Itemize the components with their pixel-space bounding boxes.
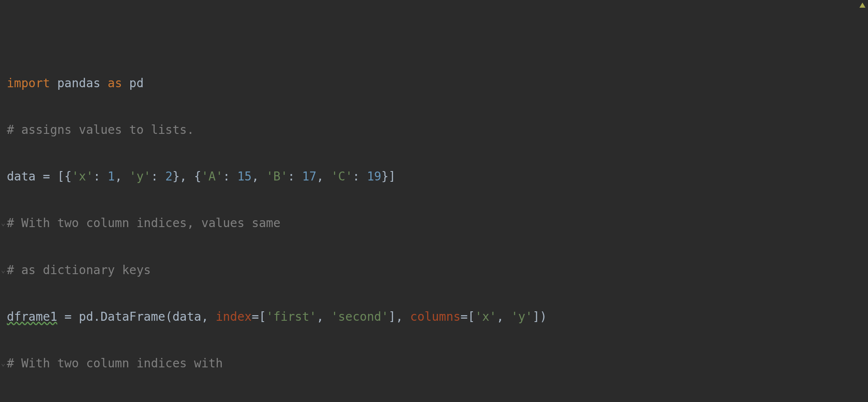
code-line[interactable]: ⌄# With two column indices with: [7, 352, 861, 375]
comment: # With two column indices with: [7, 356, 223, 370]
code-line[interactable]: ⌄# one index with other name: [7, 399, 861, 402]
string-literal: 'first': [266, 310, 317, 324]
number-literal: 2: [165, 169, 173, 183]
code-line[interactable]: # assigns values to lists.: [7, 118, 861, 142]
string-literal: 'y': [511, 310, 533, 324]
number-literal: 1: [108, 169, 115, 183]
fold-gutter-icon[interactable]: ⌄: [1, 259, 6, 281]
comment: # With two column indices, values same: [7, 216, 281, 230]
string-literal: 'x': [475, 310, 497, 324]
keyword-as: as: [108, 76, 122, 90]
fold-gutter-icon[interactable]: ⌄: [1, 352, 6, 374]
string-literal: 'x': [72, 169, 94, 183]
code-editor[interactable]: import pandas as pd # assigns values to …: [0, 0, 868, 402]
number-literal: 19: [367, 169, 381, 183]
string-literal: 'y': [129, 169, 151, 183]
variable: dframe1: [7, 310, 57, 324]
module-name: pandas: [57, 76, 100, 90]
number-literal: 15: [238, 169, 252, 183]
kwarg-index: index: [216, 310, 252, 324]
warning-indicator-icon: [859, 3, 865, 8]
code-line[interactable]: import pandas as pd: [7, 72, 861, 95]
alias: pd: [129, 76, 144, 90]
string-literal: 'A': [201, 169, 223, 183]
code-line[interactable]: data = [{'x': 1, 'y': 2}, {'A': 15, 'B':…: [7, 165, 861, 189]
code-line[interactable]: ⌄# as dictionary keys: [7, 259, 861, 282]
keyword-import: import: [7, 76, 50, 90]
fold-gutter-icon[interactable]: ⌄: [1, 399, 6, 402]
comment: # assigns values to lists.: [7, 123, 194, 137]
kwarg-columns: columns: [410, 310, 460, 324]
string-literal: 'C': [331, 169, 353, 183]
variable: data: [7, 169, 35, 183]
code-line[interactable]: ⌄# With two column indices, values same: [7, 212, 861, 235]
callable: pd.DataFrame: [79, 310, 165, 324]
string-literal: 'second': [331, 310, 389, 324]
fold-gutter-icon[interactable]: ⌄: [1, 212, 6, 234]
argument: data: [173, 310, 201, 324]
code-line[interactable]: dframe1 = pd.DataFrame(data, index=['fir…: [7, 305, 861, 329]
number-literal: 17: [302, 169, 317, 183]
string-literal: 'B': [266, 169, 288, 183]
comment: # as dictionary keys: [7, 263, 151, 277]
